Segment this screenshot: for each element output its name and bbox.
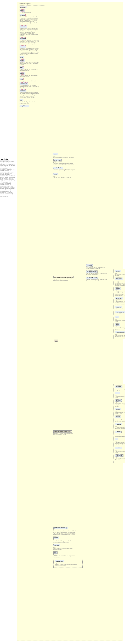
any-elem: any ##other (55, 560, 64, 562)
admin-group: AdministrativeMetadataGroup (53, 276, 74, 278)
elem-edNote: edNote (53, 544, 60, 546)
attr-custom: custom (20, 46, 26, 48)
elem-subject: subject (115, 408, 121, 410)
attr-seq: seq (20, 78, 24, 80)
root-element: partMeta (0, 158, 9, 160)
elem-headline: headline (115, 423, 122, 425)
attr-whyuri: whyuri (20, 72, 25, 74)
any-elem-desc: Extension point for provider-defined pro… (55, 564, 77, 566)
attr-contentrefs: contentrefs (20, 82, 28, 85)
elem-by: by (115, 438, 118, 440)
attr-howuri: howuri (20, 59, 25, 62)
attr-partid: partid (20, 9, 25, 12)
elem-genre: genre (115, 392, 120, 394)
root-desc: A set of properties describing a specifi… (0, 161, 15, 197)
elem-contributor: contributor (115, 297, 123, 300)
attr-modified: modified (20, 37, 27, 40)
elem-exclAudience: exclAudience (115, 311, 125, 313)
elem-signal: signal (53, 536, 59, 539)
elem-urgency: urgency (86, 264, 93, 266)
sequence-connector (54, 340, 58, 342)
any-attr: any ##other (20, 105, 29, 107)
elem-altId: altId (115, 316, 119, 318)
elem-contentCreated: contentCreated (86, 270, 97, 273)
type-name: partMetaPropType (19, 3, 122, 5)
attr-dir: dir (20, 99, 23, 101)
elem-role: role (53, 173, 58, 175)
elem-slugline: slugline (115, 416, 121, 418)
elem-icon: icon (53, 153, 58, 155)
attr-creator: creator (20, 14, 26, 16)
elem-audience: audience (115, 306, 122, 308)
elem-rating: rating (115, 324, 120, 326)
any-elem-occ: 0..∞ (55, 563, 81, 564)
attr-header: attributes (20, 6, 27, 8)
elem-description: description (115, 454, 123, 457)
desc-group-desc: A group of properties associated with th… (53, 433, 76, 435)
desc-group: DescriptiveMetadataGroup (53, 430, 72, 433)
attr-why: why (20, 66, 24, 69)
elem-language: language (115, 386, 122, 388)
attributes-box: attributes partidThe identifier of the p… (19, 5, 46, 110)
ext-prop-desc: Extension Property; the semantics are de… (53, 530, 76, 535)
ext-prop-occ: 0..∞ (53, 529, 83, 530)
admin-group-desc: A group of properties associated with th… (53, 278, 76, 281)
attr-how: how (20, 56, 24, 58)
elem-keyword: keyword (115, 400, 122, 402)
elem-creditline: creditline (115, 447, 122, 449)
elem-userInteraction: userInteraction (115, 331, 125, 333)
elem-dateline: dateline (115, 430, 121, 433)
elem-timeDelim: timeDelim (53, 159, 62, 162)
elem-link: link (53, 552, 58, 554)
ext-prop: partMetaExtProperty (53, 526, 68, 529)
elem-contentModified: contentModified (86, 277, 98, 279)
attr-xml:lang: xml:lang (20, 89, 27, 92)
elem-creator: creator (115, 288, 121, 290)
elem-regionDelim: regionDelim (53, 167, 63, 169)
attr-creatoruri: creatoruri (20, 25, 27, 28)
elem-located: located (115, 270, 121, 272)
elem-infoSource: infoSource (115, 278, 123, 280)
